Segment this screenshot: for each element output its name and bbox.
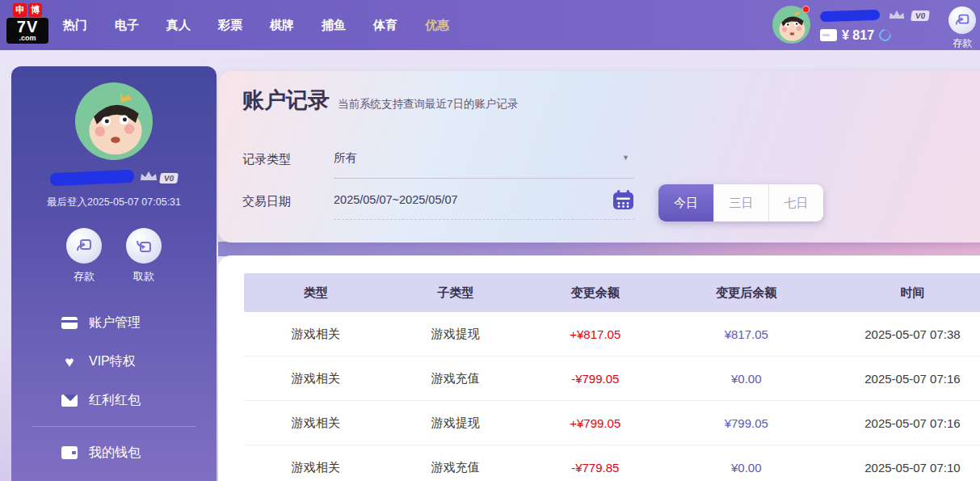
cell-type: 游戏相关 (244, 327, 388, 342)
range-7days-button[interactable]: 七日 (768, 184, 823, 222)
navbar-deposit-button[interactable]: 存款 (947, 6, 978, 50)
deposit-label: 存款 (66, 269, 102, 284)
chevron-down-icon: ▼ (622, 154, 629, 162)
cell-time: 2025-05-07 07:16 (826, 372, 980, 386)
col-header-time: 时间 (826, 285, 980, 301)
nav-item-fishing[interactable]: 捕鱼 (322, 18, 346, 33)
vip-level-badge: V0 (911, 11, 930, 21)
col-header-change: 变更余额 (524, 285, 667, 301)
menu-label: 我的钱包 (89, 445, 141, 462)
brand-block: 7V .com (6, 18, 48, 44)
balance-amount: ¥ 817 (842, 28, 874, 43)
cell-subtype: 游戏充值 (388, 460, 524, 475)
username-redacted (820, 10, 880, 23)
cell-change: -¥779.85 (524, 461, 667, 475)
page-head: 账户记录 当前系统支持查询最近7日的账户记录 (242, 86, 519, 115)
background-gradient-band (218, 242, 980, 256)
table-row: 游戏相关 游戏充值 -¥779.85 ¥0.00 2025-05-07 07:1… (244, 445, 980, 481)
table-row: 游戏相关 游戏提现 +¥799.05 ¥799.05 2025-05-07 07… (244, 401, 980, 445)
vip-heart-icon: ♥ (61, 354, 78, 369)
menu-label: 红利红包 (89, 392, 141, 409)
envelope-icon (61, 395, 78, 407)
deposit-icon (66, 228, 102, 264)
records-table-panel: 类型 子类型 变更余额 变更后余额 时间 游戏相关 游戏提现 +¥817.05 … (218, 255, 980, 481)
sidebar-item-bonus-redpacket[interactable]: 红利红包 (11, 381, 217, 420)
cell-type: 游戏相关 (244, 416, 388, 431)
avatar-image (75, 82, 153, 160)
sidebar-divider (32, 426, 196, 427)
record-type-label: 记录类型 (242, 150, 334, 179)
bank-card-icon (61, 317, 78, 329)
vip-crown-icon (139, 171, 158, 185)
nav-item-sports[interactable]: 体育 (373, 18, 397, 33)
nav-item-promo[interactable]: 优惠 (425, 18, 449, 33)
deposit-label: 存款 (947, 36, 978, 50)
brand-logo[interactable]: 申 博 7V .com (6, 3, 48, 44)
calendar-icon[interactable] (612, 190, 634, 213)
cell-type: 游戏相关 (244, 371, 388, 386)
menu-label: 账户管理 (89, 314, 141, 331)
brand-name: 7V (8, 19, 47, 35)
col-header-balance-after: 变更后余额 (667, 285, 826, 301)
withdraw-icon (126, 228, 162, 264)
last-login-text: 最后登入2025-05-07 07:05:31 (11, 196, 217, 209)
nav-item-chess[interactable]: 棋牌 (270, 18, 294, 33)
sidebar-item-my-wallet[interactable]: 我的钱包 (11, 433, 217, 472)
balance-row: ¥ 817 (820, 28, 929, 43)
cell-balance: ¥0.00 (667, 461, 826, 475)
main-nav: 热门 电子 真人 彩票 棋牌 捕鱼 体育 优惠 (63, 0, 449, 50)
cell-change: +¥817.05 (524, 327, 667, 341)
brand-tld: .com (8, 35, 47, 42)
sidebar-item-vip-privileges[interactable]: ♥ VIP特权 (11, 342, 217, 381)
sidebar-menu: 账户管理 ♥ VIP特权 红利红包 (11, 303, 217, 420)
top-navbar: 申 博 7V .com 热门 电子 真人 彩票 棋牌 捕鱼 体育 优惠 (0, 0, 980, 50)
navbar-user-area: V0 ¥ 817 (772, 6, 929, 44)
nav-item-hot[interactable]: 热门 (63, 18, 87, 33)
sidebar-deposit-button[interactable]: 存款 (66, 228, 102, 284)
user-info: V0 ¥ 817 (820, 6, 929, 44)
cell-subtype: 游戏提现 (388, 416, 524, 431)
record-type-row: 记录类型 所有 ▼ (242, 150, 634, 179)
trade-date-value: 2025/05/07~2025/05/07 (334, 193, 458, 206)
trade-date-row: 交易日期 2025/05/07~2025/05/07 (242, 192, 634, 220)
brand-seals: 申 博 (6, 3, 48, 17)
record-type-value: 所有 (334, 151, 357, 164)
cell-subtype: 游戏提现 (388, 327, 524, 342)
notification-dot (802, 6, 810, 13)
menu-label: VIP特权 (89, 353, 136, 370)
sidebar-menu-2: 我的钱包 (11, 433, 217, 481)
range-3days-button[interactable]: 三日 (713, 184, 768, 222)
range-today-button[interactable]: 今日 (658, 184, 713, 222)
page-subtitle: 当前系统支持查询最近7日的账户记录 (338, 97, 519, 112)
sidebar-item-account-management[interactable]: 账户管理 (11, 303, 217, 342)
sidebar-withdraw-button[interactable]: 取款 (126, 228, 162, 284)
cell-subtype: 游戏充值 (388, 371, 524, 386)
withdraw-label: 取款 (126, 269, 162, 284)
nav-item-slots[interactable]: 电子 (115, 18, 139, 33)
sidebar: V0 最后登入2025-05-07 07:05:31 存款 取款 (11, 66, 217, 481)
cell-balance: ¥817.05 (667, 327, 826, 341)
nav-item-lottery[interactable]: 彩票 (218, 18, 242, 33)
vip-crown-icon (888, 9, 906, 23)
record-type-select[interactable]: 所有 ▼ (334, 150, 634, 179)
date-range-group: 今日 三日 七日 (658, 184, 823, 222)
username-redacted (50, 170, 135, 187)
table-row: 游戏相关 游戏充值 -¥799.05 ¥0.00 2025-05-07 07:1… (244, 357, 980, 401)
sidebar-quick-actions: 存款 取款 (11, 228, 217, 284)
account-records-panel: 账户记录 当前系统支持查询最近7日的账户记录 记录类型 所有 ▼ 交易日期 20… (218, 71, 980, 243)
brand-seal-right: 博 (28, 3, 42, 17)
col-header-subtype: 子类型 (388, 285, 524, 301)
cell-change: -¥799.05 (524, 372, 667, 386)
cell-time: 2025-05-07 07:38 (826, 327, 980, 341)
sidebar-item-partial[interactable] (11, 472, 217, 481)
sidebar-avatar[interactable] (75, 82, 153, 160)
cell-time: 2025-05-07 07:16 (826, 416, 980, 430)
trade-date-input[interactable]: 2025/05/07~2025/05/07 (334, 192, 634, 220)
cell-type: 游戏相关 (244, 460, 388, 475)
table-header-row: 类型 子类型 变更余额 变更后余额 时间 (244, 273, 980, 312)
wallet-icon (61, 446, 78, 459)
user-avatar[interactable] (772, 6, 810, 44)
cell-time: 2025-05-07 07:10 (826, 461, 980, 475)
nav-item-live[interactable]: 真人 (166, 18, 191, 33)
refresh-balance-icon[interactable] (877, 27, 894, 44)
